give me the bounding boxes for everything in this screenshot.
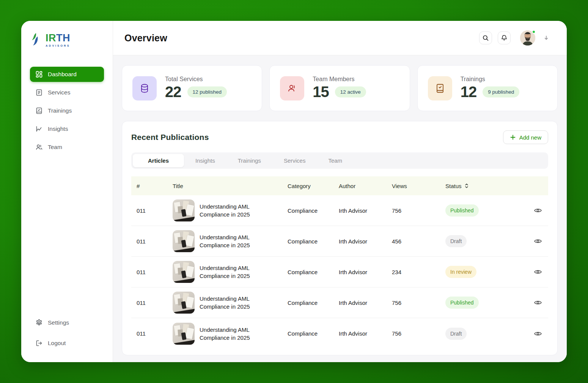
row-num: 011	[131, 330, 173, 337]
book-check-icon	[428, 76, 452, 100]
row-author: Irth Advisor	[339, 269, 392, 275]
column-category: Category	[288, 183, 339, 189]
status-badge: In review	[445, 266, 476, 278]
database-icon	[132, 76, 157, 100]
row-author: Irth Advisor	[339, 330, 392, 337]
tab-trainings[interactable]: Trainings	[226, 154, 272, 167]
services-icon	[35, 89, 43, 96]
row-views: 756	[392, 330, 445, 337]
sidebar-item-dashboard[interactable]: Dashboard	[30, 67, 104, 82]
stat-badge: 9 published	[483, 86, 519, 97]
row-title[interactable]: Understanding AML Compliance in 2025	[200, 295, 260, 311]
page-title: Overview	[124, 33, 167, 44]
sidebar-item-label: Logout	[48, 340, 66, 347]
sidebar-item-settings[interactable]: Settings	[30, 315, 104, 330]
row-title[interactable]: Understanding AML Compliance in 2025	[200, 264, 260, 280]
recent-publications-title: Recent Publications	[131, 133, 209, 142]
view-button[interactable]	[534, 268, 542, 276]
row-title[interactable]: Understanding AML Compliance in 2025	[200, 233, 260, 249]
table-row: 011 Understanding AML Compliance in 2025…	[131, 257, 548, 287]
sidebar-item-services[interactable]: Services	[30, 85, 104, 100]
column-num: #	[131, 183, 173, 189]
add-new-button[interactable]: Add new	[503, 130, 548, 144]
app-window: IRTH ADVISORS Dashboard	[21, 21, 567, 362]
main-area: Overview	[113, 21, 567, 362]
dashboard-icon	[35, 71, 43, 78]
row-author: Irth Advisor	[339, 207, 392, 214]
sidebar-item-label: Team	[48, 144, 62, 151]
article-thumbnail	[173, 292, 195, 314]
logo-word: IRTH	[46, 33, 70, 43]
row-views: 234	[392, 269, 445, 275]
stat-value: 15	[313, 83, 329, 100]
sidebar-item-label: Settings	[48, 319, 69, 326]
sidebar-item-logout[interactable]: Logout	[30, 336, 104, 351]
publications-tabs: Articles Insights Trainings Services Tea…	[131, 152, 548, 169]
stat-badge: 12 published	[187, 86, 227, 97]
logo-subtitle: ADVISORS	[46, 44, 70, 47]
table-header-row: # Title Category Author Views Status	[131, 176, 548, 195]
status-badge: Published	[445, 204, 479, 217]
stat-label: Total Services	[165, 76, 227, 83]
status-badge: Draft	[445, 235, 467, 247]
view-button[interactable]	[534, 330, 542, 338]
stat-card-trainings: Trainings 12 9 published	[417, 65, 558, 111]
sidebar-item-team[interactable]: Team	[30, 140, 104, 155]
row-views: 756	[392, 207, 445, 214]
sidebar-item-label: Insights	[48, 126, 68, 132]
stat-card-total-services: Total Services 22 12 published	[122, 65, 262, 111]
trainings-icon	[35, 107, 43, 115]
row-views: 456	[392, 238, 445, 245]
chevron-down-icon[interactable]	[543, 35, 549, 41]
user-avatar[interactable]	[520, 30, 535, 46]
status-badge: Draft	[445, 328, 467, 340]
bell-icon	[501, 35, 508, 41]
plus-icon	[510, 134, 516, 140]
stat-value: 12	[461, 83, 477, 100]
row-title[interactable]: Understanding AML Compliance in 2025	[200, 202, 260, 218]
row-num: 011	[131, 238, 173, 245]
row-views: 756	[392, 300, 445, 306]
tab-insights[interactable]: Insights	[184, 154, 226, 167]
view-button[interactable]	[534, 206, 542, 215]
article-thumbnail	[173, 199, 195, 221]
stat-badge: 12 active	[335, 86, 366, 97]
table-row: 011 Understanding AML Compliance in 2025…	[131, 287, 548, 318]
row-num: 011	[131, 207, 173, 214]
sort-icon[interactable]	[465, 183, 469, 188]
search-button[interactable]	[479, 31, 492, 44]
stat-label: Trainings	[461, 76, 520, 83]
view-button[interactable]	[534, 237, 542, 245]
tab-services[interactable]: Services	[272, 154, 317, 167]
view-button[interactable]	[534, 298, 542, 307]
row-author: Irth Advisor	[339, 300, 392, 306]
people-icon	[280, 76, 304, 100]
recent-publications-card: Recent Publications Add new Articles Ins…	[122, 121, 558, 355]
sidebar-item-label: Dashboard	[48, 71, 77, 78]
article-thumbnail	[173, 261, 195, 283]
article-thumbnail	[173, 230, 195, 252]
table-row: 011 Understanding AML Compliance in 2025…	[131, 226, 548, 257]
sidebar-footer: Settings Logout	[30, 315, 104, 351]
column-views: Views	[392, 183, 445, 189]
row-title[interactable]: Understanding AML Compliance in 2025	[200, 326, 260, 342]
gear-icon	[35, 319, 43, 326]
publications-table: # Title Category Author Views Status	[131, 176, 548, 349]
row-category: Compliance	[288, 330, 339, 337]
table-row: 011 Understanding AML Compliance in 2025…	[131, 318, 548, 349]
column-title: Title	[173, 183, 288, 189]
team-icon	[35, 143, 43, 151]
notifications-button[interactable]	[498, 31, 511, 44]
article-thumbnail	[173, 323, 195, 345]
column-status[interactable]: Status	[445, 183, 533, 189]
tab-articles[interactable]: Articles	[133, 154, 184, 167]
stat-label: Team Members	[313, 76, 366, 83]
tab-team[interactable]: Team	[317, 154, 354, 167]
sidebar-item-trainings[interactable]: Trainings	[30, 103, 104, 118]
logout-icon	[35, 339, 43, 347]
sidebar-item-insights[interactable]: Insights	[30, 121, 104, 137]
row-author: Irth Advisor	[339, 238, 392, 245]
online-status-dot	[532, 30, 536, 34]
row-num: 011	[131, 300, 173, 306]
content: Total Services 22 12 published	[113, 55, 567, 362]
